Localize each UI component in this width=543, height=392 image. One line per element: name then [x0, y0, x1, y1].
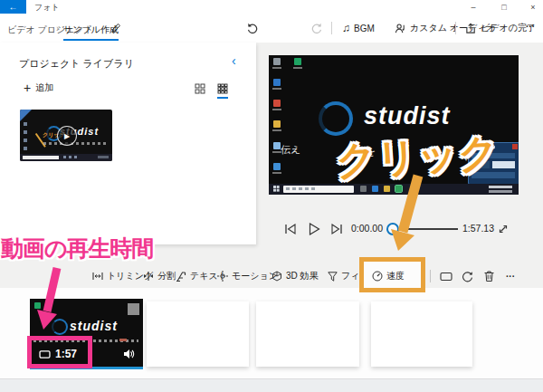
- next-frame-button[interactable]: [331, 224, 343, 234]
- clip-desktop-icon: [34, 302, 41, 309]
- more-icon: ···: [506, 272, 515, 282]
- minimize-button[interactable]: –: [463, 0, 483, 14]
- plus-icon: +: [24, 83, 31, 92]
- maximize-button[interactable]: □: [494, 0, 514, 14]
- command-bar: ビデオ プロジェクト › サンプル作成 ♫ BGM: [0, 14, 543, 43]
- timeline-empty-slot: [371, 301, 472, 367]
- undo-button[interactable]: [246, 22, 258, 33]
- 3d-effects-button[interactable]: 3D 効果: [272, 268, 319, 284]
- toolbar-more-button[interactable]: ···: [506, 268, 515, 284]
- speed-label: 速度: [386, 270, 405, 282]
- desktop-icon: [273, 163, 281, 170]
- play-overlay-icon: ▶: [64, 132, 70, 140]
- minimize-icon: –: [471, 3, 475, 12]
- split-icon: [143, 272, 154, 281]
- title-bar: ← フォト – □ ×: [0, 0, 543, 14]
- redo-icon: [311, 22, 323, 33]
- desktop-icon: [273, 142, 281, 149]
- custom-audio-icon: [395, 23, 406, 34]
- current-time: 0:00.00: [351, 223, 383, 234]
- library-title: プロジェクト ライブラリ: [19, 57, 134, 71]
- click-annotation-text: クリック: [335, 126, 500, 187]
- rename-project-button[interactable]: [110, 23, 121, 33]
- undo-icon: [246, 22, 258, 33]
- text-icon: [176, 272, 186, 282]
- play-icon: [309, 223, 320, 235]
- split-button[interactable]: 分割: [143, 268, 176, 284]
- desktop-icon: [273, 100, 281, 107]
- clip-logo-circle: [52, 319, 68, 335]
- 3d-effects-icon: [272, 271, 282, 282]
- clip-tagline-accent: [119, 339, 127, 341]
- rotate-button[interactable]: [462, 268, 473, 284]
- seek-slider-handle[interactable]: [386, 223, 399, 235]
- filter-icon: [328, 272, 338, 282]
- total-time: 1:57.13: [462, 223, 494, 234]
- bgm-button[interactable]: ♫ BGM: [342, 22, 375, 34]
- taskbar-app-icon: [395, 186, 402, 192]
- resize-icon: [440, 272, 452, 282]
- 3d-effects-label: 3D 効果: [286, 270, 319, 282]
- desktop-icon: [273, 79, 281, 86]
- play-overlay-button[interactable]: ▶: [57, 126, 77, 146]
- video-taskbar: [269, 184, 519, 195]
- toolbar-separator: [430, 270, 431, 282]
- add-label: 追加: [35, 81, 53, 94]
- delete-button[interactable]: [484, 268, 494, 284]
- photos-app-window: ← フォト – □ × ビデオ プロジェクト › サンプル作成: [0, 0, 543, 392]
- more-icon: ···: [526, 22, 535, 32]
- library-clip[interactable]: studist クリック ▶: [20, 110, 112, 161]
- breadcrumb-chevron-icon: ›: [56, 23, 60, 33]
- fullscreen-button[interactable]: [498, 224, 509, 234]
- grid-large-icon: [195, 83, 205, 94]
- selected-corner-fold: [20, 110, 32, 121]
- taskbar-app-icon: [372, 186, 378, 192]
- bgm-label: BGM: [354, 24, 375, 33]
- more-options-button[interactable]: ···: [526, 22, 535, 32]
- add-media-button[interactable]: + 追加: [24, 81, 53, 94]
- export-icon: [465, 23, 477, 34]
- thumb-tagline: [43, 142, 107, 145]
- grid-view-small-button[interactable]: [217, 83, 228, 99]
- desktop-icon: [273, 120, 281, 128]
- collapse-panel-button[interactable]: ‹: [232, 53, 236, 68]
- seek-slider[interactable]: [403, 228, 458, 230]
- rotate-icon: [462, 271, 473, 282]
- grid-view-large-button[interactable]: [195, 83, 205, 94]
- split-label: 分割: [157, 270, 176, 282]
- play-button[interactable]: [309, 223, 320, 235]
- maximize-icon: □: [501, 3, 506, 12]
- studist-logo-text: studist: [364, 102, 451, 130]
- trash-icon: [484, 271, 494, 282]
- thumb-desktop-icons: [24, 122, 27, 155]
- trim-icon: [92, 272, 103, 281]
- project-library-panel: プロジェクト ライブラリ ‹ + 追加: [0, 43, 256, 244]
- timeline-empty-slot: [147, 301, 249, 367]
- app-title: フォト: [34, 2, 60, 14]
- redo-button[interactable]: [311, 22, 323, 33]
- next-frame-icon: [331, 224, 343, 234]
- grid-small-icon: [217, 83, 228, 94]
- music-note-icon: ♫: [342, 22, 350, 34]
- desktop-icon: [273, 58, 281, 65]
- thumb-taskbar: [20, 154, 112, 161]
- close-button[interactable]: ×: [523, 0, 543, 14]
- clip-checkbox[interactable]: [128, 303, 139, 315]
- studist-logo-circle: [319, 101, 353, 136]
- bottom-strip: [0, 378, 543, 392]
- fullscreen-icon: [498, 224, 509, 234]
- resize-button[interactable]: [440, 268, 452, 284]
- tagline-fragment: 伝え: [281, 143, 300, 157]
- previous-frame-button[interactable]: [284, 224, 296, 234]
- back-icon: ←: [9, 2, 18, 12]
- back-button[interactable]: ←: [0, 0, 26, 14]
- close-icon: ×: [530, 3, 535, 12]
- motion-button[interactable]: モーション: [217, 268, 278, 284]
- clip-volume-icon[interactable]: [123, 349, 135, 359]
- collapse-chevron-icon: ‹: [232, 53, 236, 68]
- previous-frame-icon: [284, 224, 296, 234]
- speed-button[interactable]: 速度: [372, 268, 405, 284]
- desktop-icon: [294, 58, 301, 65]
- taskbar-app-icon: [384, 186, 390, 192]
- pencil-icon: [110, 23, 121, 33]
